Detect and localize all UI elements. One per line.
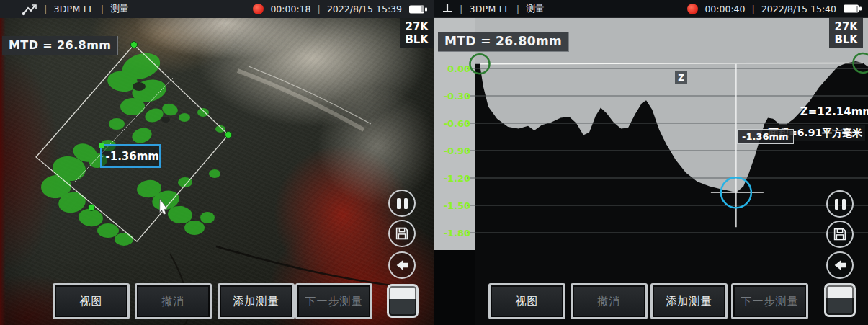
pause-icon <box>835 199 846 210</box>
record-time: 00:00:18 <box>270 4 310 14</box>
zoom-level-badge: 27K BLK <box>400 18 434 48</box>
view-button[interactable]: 视图 <box>53 283 130 319</box>
next-measurement-button[interactable]: 下一步测量 <box>731 283 808 319</box>
quad-handle-dot[interactable] <box>89 205 95 211</box>
save-button[interactable] <box>388 220 416 247</box>
quad-handle-dot[interactable] <box>225 132 232 138</box>
depth-value-tag: -1.36mm <box>737 129 794 144</box>
back-button[interactable] <box>826 251 854 279</box>
separator: | <box>101 4 104 14</box>
undo-button[interactable]: 撤消 <box>135 283 212 319</box>
record-datetime: 2022/8/15 15:40 <box>761 4 836 14</box>
z-marker: Z <box>675 71 687 84</box>
mtd-label: MTD = 26.80mm <box>438 32 569 52</box>
separator: | <box>516 4 519 14</box>
separator: | <box>44 4 47 14</box>
tag-handle[interactable] <box>99 143 104 148</box>
surface-highlight <box>238 71 364 130</box>
status-group: 00:00:40 | 2022/8/15 15:40 <box>687 4 862 14</box>
image-mode: BLK <box>405 33 429 46</box>
z-value-label: Z=12.14mm <box>800 105 868 118</box>
view-button[interactable]: 视图 <box>488 283 565 319</box>
separator: | <box>460 4 462 14</box>
topbar: | 3DPM FF | 测量 00:00:40 | 2022/8/15 15:4… <box>434 0 868 18</box>
right-profile-panel: 0.00-0.30-0.60-0.90-1.20-1.50-1.80 | 3DP… <box>434 0 868 325</box>
depth-type-icon <box>102 151 104 161</box>
add-measurement-button[interactable]: 添加测量 <box>218 283 295 319</box>
pause-button[interactable] <box>826 190 854 218</box>
y-tick-label: -1.20 <box>444 173 470 184</box>
depth-value: -1.36mm <box>106 150 160 163</box>
axis-strip <box>434 18 475 250</box>
crack-line <box>216 246 403 287</box>
menu-label[interactable]: 测量 <box>526 3 545 15</box>
save-button[interactable] <box>826 221 854 248</box>
pause-icon <box>397 198 408 209</box>
y-tick-label: 0.00 <box>447 63 470 74</box>
zoom-level: 27K <box>834 20 858 33</box>
record-indicator <box>253 4 264 14</box>
image-mode: BLK <box>834 33 858 46</box>
probe-icon <box>22 3 37 16</box>
depth-measurement-tag[interactable]: -1.36mm <box>100 144 161 168</box>
mode-label: 3DPM FF <box>469 4 509 14</box>
undo-button[interactable]: 撤消 <box>571 283 648 319</box>
y-tick-label: -0.90 <box>444 146 470 156</box>
quad-handle-dot[interactable] <box>131 42 138 48</box>
videoscope-screen: | 3DPM FF | 测量 00:00:18 | 2022/8/15 15:3… <box>0 0 868 325</box>
depth-profile-icon <box>442 3 453 14</box>
pause-button[interactable] <box>388 190 416 217</box>
record-indicator <box>687 4 698 14</box>
mode-label: 3DPM FF <box>53 4 94 14</box>
battery-icon <box>408 4 428 14</box>
zoom-level-badge: 27K BLK <box>829 18 863 48</box>
mtd-label: MTD = 26.8mm <box>2 36 118 55</box>
back-button[interactable] <box>388 251 416 279</box>
y-tick-label: -0.60 <box>444 118 470 129</box>
add-measurement-button[interactable]: 添加测量 <box>650 283 728 319</box>
menu-label[interactable]: 测量 <box>110 3 129 15</box>
zoom-level: 27K <box>405 20 429 33</box>
next-measurement-button[interactable]: 下一步测量 <box>295 283 372 319</box>
record-time: 00:00:40 <box>704 4 745 14</box>
back-arrow-icon <box>831 257 849 273</box>
save-icon <box>832 226 848 242</box>
left-camera-panel: | 3DPM FF | 测量 00:00:18 | 2022/8/15 15:3… <box>0 0 434 325</box>
save-icon <box>394 226 410 241</box>
back-arrow-icon <box>393 257 411 273</box>
separator: | <box>318 4 321 14</box>
record-datetime: 2022/8/15 15:39 <box>327 4 402 14</box>
status-group: 00:00:18 | 2022/8/15 15:39 <box>253 4 428 14</box>
split-view-toggle[interactable] <box>824 283 856 317</box>
separator: | <box>752 4 755 14</box>
y-tick-label: -1.50 <box>444 200 470 211</box>
y-tick-label: -1.80 <box>444 228 470 239</box>
battery-icon <box>843 4 862 14</box>
surface-highlight <box>249 66 371 124</box>
y-tick-label: -0.30 <box>444 91 470 102</box>
topbar: | 3DPM FF | 测量 00:00:18 | 2022/8/15 15:3… <box>0 0 434 18</box>
split-view-toggle[interactable] <box>387 284 419 318</box>
